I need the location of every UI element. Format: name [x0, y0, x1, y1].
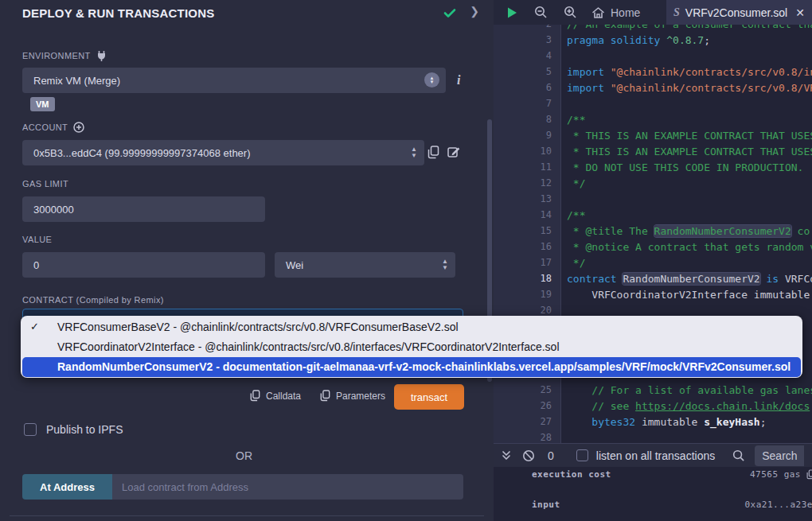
- line-number: 18: [494, 273, 561, 284]
- gas-limit-value: 3000000: [33, 204, 74, 216]
- value-unit-select[interactable]: Wei ▲▼: [275, 252, 455, 278]
- code-line: 3pragma solidity ^0.8.7;: [494, 32, 812, 48]
- contract-option[interactable]: ✓VRFConsumerBaseV2 - @chainlink/contract…: [21, 317, 802, 336]
- at-address-input[interactable]: [112, 474, 463, 500]
- copy-value-icon[interactable]: [806, 469, 812, 480]
- code-line: 9 * THIS IS AN EXAMPLE CONTRACT THAT USE…: [494, 127, 812, 143]
- line-number: 7: [494, 98, 561, 109]
- environment-info-icon[interactable]: i: [457, 73, 460, 87]
- deploy-run-panel: DEPLOY & RUN TRANSACTIONS ❯ ENVIRONMENT …: [0, 0, 494, 521]
- select-stepper-icon: ▲▼: [442, 259, 448, 271]
- environment-select[interactable]: Remix VM (Merge) ▲▼: [22, 68, 446, 93]
- code-line: 5import "@chainlink/contracts/src/v0.8/i…: [494, 64, 812, 80]
- environment-value: Remix VM (Merge): [33, 75, 120, 87]
- at-address-button[interactable]: At Address: [22, 474, 112, 500]
- contract-option-label: VRFConsumerBaseV2 - @chainlink/contracts…: [57, 321, 459, 333]
- editor-toolbar: Home S VRFv2Consumer.sol ✕: [494, 0, 812, 25]
- solidity-file-icon: S: [673, 6, 680, 19]
- code-line: 28: [494, 430, 812, 443]
- editor-code-area[interactable]: 2// An example of a consumer contract th…: [494, 25, 812, 443]
- line-number: 26: [494, 400, 561, 411]
- contract-label: CONTRACT (Compiled by Remix): [22, 295, 164, 305]
- terminal-row-label: input: [532, 500, 560, 510]
- code-line: 27 bytes32 immutable s_keyHash;: [494, 414, 812, 430]
- terminal-row-label: execution cost: [532, 469, 611, 480]
- terminal-row: execution cost47565 gas: [494, 469, 812, 482]
- calldata-label: Calldata: [266, 391, 301, 402]
- parameters-copy[interactable]: Parameters: [320, 390, 385, 402]
- account-label: ACCOUNT: [22, 122, 84, 133]
- edit-account-icon[interactable]: [447, 146, 460, 158]
- code-line: 17 */: [494, 255, 812, 270]
- contract-option[interactable]: VRFCoordinatorV2Interface - @chainlink/c…: [21, 337, 802, 357]
- gas-limit-input[interactable]: 3000000: [22, 196, 265, 222]
- terminal-row: input0xa21...a23e4: [494, 500, 812, 512]
- code-line: 4: [494, 48, 812, 64]
- compile-success-check-icon: [443, 6, 457, 20]
- gas-limit-label: GAS LIMIT: [22, 179, 68, 189]
- terminal-expand-icon[interactable]: [502, 450, 511, 461]
- line-number: 14: [494, 209, 561, 220]
- calldata-copy[interactable]: Calldata: [250, 390, 301, 402]
- line-number: 10: [494, 146, 561, 157]
- terminal-search-input[interactable]: [755, 445, 804, 466]
- contract-option-label: RandomNumberConsumerV2 - documentation-g…: [57, 360, 791, 373]
- contract-option[interactable]: RandomNumberConsumerV2 - documentation-g…: [22, 357, 801, 377]
- line-number: 12: [494, 177, 561, 189]
- terminal-output[interactable]: execution cost47565 gasinput0xa21...a23e…: [494, 467, 812, 521]
- line-number: 11: [494, 161, 561, 173]
- line-number: 20: [494, 305, 561, 316]
- line-number: 27: [494, 416, 561, 427]
- contract-option-label: VRFCoordinatorV2Interface - @chainlink/c…: [57, 340, 560, 353]
- clear-console-icon[interactable]: [522, 449, 535, 462]
- tab-vrfv2consumer[interactable]: S VRFv2Consumer.sol ✕: [666, 0, 812, 25]
- checkmark-icon: ✓: [30, 321, 46, 332]
- line-number: 16: [494, 241, 561, 252]
- line-number: 9: [494, 130, 561, 141]
- account-value: 0x5B3...eddC4 (99.99999999997374068 ethe…: [33, 147, 251, 159]
- panel-title: DEPLOY & RUN TRANSACTIONS: [22, 6, 214, 20]
- transact-button[interactable]: transact: [394, 384, 464, 410]
- zoom-out-icon[interactable]: [534, 6, 548, 19]
- code-line: 18contract RandomNumberConsumerV2 is VRF…: [494, 270, 812, 286]
- add-account-icon[interactable]: [73, 122, 84, 133]
- remix-ide: DEPLOY & RUN TRANSACTIONS ❯ ENVIRONMENT …: [0, 0, 812, 521]
- publish-ipfs-label: Publish to IPFS: [46, 423, 123, 436]
- code-line: 19 VRFCoordinatorV2Interface immutable: [494, 286, 812, 302]
- panel-collapse-chevron-icon[interactable]: ❯: [470, 5, 479, 17]
- run-script-icon[interactable]: [506, 6, 518, 19]
- code-line: 2// An example of a consumer contract th…: [494, 25, 812, 32]
- code-line: 25 // For a list of available gas lanes: [494, 382, 812, 398]
- parameters-label: Parameters: [336, 391, 385, 402]
- zoom-in-icon[interactable]: [564, 6, 577, 19]
- or-separator: OR: [0, 449, 488, 462]
- select-stepper-icon: ▲▼: [424, 72, 439, 87]
- code-lines: 2// An example of a consumer contract th…: [494, 25, 812, 443]
- line-number: 15: [494, 225, 561, 236]
- account-select[interactable]: 0x5B3...eddC4 (99.99999999997374068 ethe…: [22, 140, 424, 165]
- line-number: 25: [494, 384, 561, 395]
- code-line: 10 * THIS IS AN EXAMPLE CONTRACT THAT US…: [494, 143, 812, 159]
- home-icon[interactable]: [591, 6, 605, 19]
- vm-badge: VM: [30, 97, 55, 111]
- tab-close-icon[interactable]: ✕: [795, 6, 805, 19]
- code-line: 26 // see https://docs.chain.link/docs: [494, 398, 812, 414]
- code-editor: 2// An example of a consumer contract th…: [494, 0, 812, 521]
- line-number: 5: [494, 66, 561, 77]
- environment-label: ENVIRONMENT: [22, 50, 107, 61]
- publish-ipfs-checkbox[interactable]: [24, 423, 37, 436]
- terminal-bar: 0 listen on all transactions: [494, 443, 812, 467]
- terminal-row-value: 47565 gas: [750, 469, 801, 480]
- select-stepper-icon: ▲▼: [411, 146, 417, 159]
- transaction-count: 0: [548, 449, 554, 462]
- line-number: 28: [494, 432, 561, 443]
- value-unit: Wei: [286, 259, 303, 271]
- line-number: 8: [494, 114, 561, 125]
- listen-all-checkbox[interactable]: [576, 449, 588, 461]
- home-tab-label[interactable]: Home: [611, 6, 640, 19]
- code-line: 14/**: [494, 207, 812, 223]
- plug-icon: [96, 50, 107, 61]
- copy-account-icon[interactable]: [427, 146, 439, 159]
- value-input[interactable]: 0: [22, 252, 265, 278]
- line-number: 3: [494, 34, 561, 45]
